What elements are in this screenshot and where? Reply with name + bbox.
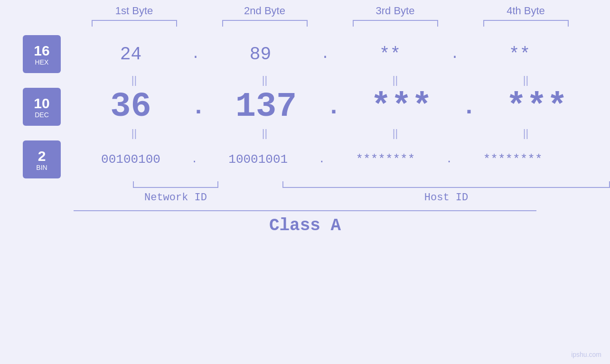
bin-badge-label: BIN [36,164,47,171]
byte4-bracket-top [483,20,569,27]
bin-badge-num: 2 [38,148,46,164]
hex-b2: 89 [195,44,326,65]
eq1-b2: || [199,74,330,86]
hex-bytes: 24 . 89 . ** . ** [66,44,610,65]
hex-badge: 16 HEX [23,35,61,73]
byte2-label: 2nd Byte [199,5,330,17]
eq2-b2: || [199,127,330,140]
dec-b2: 137 [201,87,331,126]
byte2-col-header: 2nd Byte [199,5,330,27]
eq2-b4: || [460,127,591,140]
network-bracket-line [133,181,218,188]
class-section: Class A [74,210,536,235]
network-id-label: Network ID [144,192,207,204]
dec-badge-label: DEC [35,111,49,119]
bottom-brackets: Network ID Host ID [69,181,610,204]
byte4-col-header: 4th Byte [460,5,591,27]
byte3-bracket-top [353,20,438,27]
byte1-col-header: 1st Byte [69,5,199,27]
hex-b3: ** [325,44,455,65]
dec-badge-num: 10 [34,95,49,111]
network-bracket: Network ID [69,181,282,204]
dec-badge: 10 DEC [23,88,61,126]
equals-row-2: || || || || [69,126,610,140]
eq2-b1: || [69,127,199,140]
dec-b4: *** [471,87,602,126]
dec-b1: 36 [66,87,196,126]
dec-b3: *** [336,87,467,126]
host-bracket: Host ID [282,181,610,204]
watermark: ipshu.com [571,351,601,358]
eq1-b1: || [69,74,199,86]
host-bracket-line [282,181,610,188]
byte1-label: 1st Byte [69,5,199,17]
byte3-col-header: 3rd Byte [330,5,460,27]
bin-bytes: 00100100 . 10001001 . ******** . *******… [66,152,610,167]
dec-row: 10 DEC 36 . 137 . *** . *** [0,87,610,126]
hex-badge-num: 16 [34,43,49,58]
bin-badge: 2 BIN [23,140,61,178]
hex-b4: ** [454,44,585,65]
class-label: Class A [269,216,341,235]
bin-b4: ******** [448,152,578,167]
byte3-label: 3rd Byte [330,5,460,17]
byte1-bracket-top [92,20,177,27]
hex-badge-label: HEX [35,58,49,66]
bin-b2: 10001001 [193,152,323,167]
host-id-label: Host ID [424,192,468,204]
byte4-label: 4th Byte [460,5,591,17]
equals-row-1: || || || || [69,73,610,87]
main-container: 1st Byte 2nd Byte 3rd Byte 4th Byte 16 H… [0,0,610,364]
bin-b3: ******** [320,152,450,167]
eq2-b3: || [330,127,460,140]
hex-b1: 24 [66,44,196,65]
hex-row: 16 HEX 24 . 89 . ** . ** [0,35,610,73]
bin-row: 2 BIN 00100100 . 10001001 . ******** . *… [0,140,610,178]
dec-bytes: 36 . 137 . *** . *** [66,87,610,126]
byte-headers: 1st Byte 2nd Byte 3rd Byte 4th Byte [69,5,610,27]
bin-b1: 00100100 [66,152,196,167]
byte2-bracket-top [222,20,308,27]
eq1-b4: || [460,74,591,86]
eq1-b3: || [330,74,460,86]
